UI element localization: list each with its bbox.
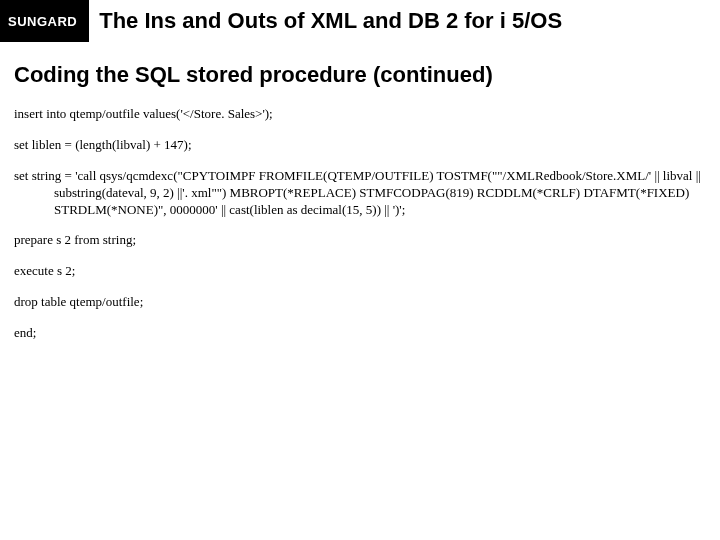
code-line-5: execute s 2; [14,263,706,280]
title-wrap: The Ins and Outs of XML and DB 2 for i 5… [89,0,720,42]
content: insert into qtemp/outfile values('</Stor… [0,106,720,342]
header-bar: SUNGARD The Ins and Outs of XML and DB 2… [0,0,720,42]
code-line-1: insert into qtemp/outfile values('</Stor… [14,106,706,123]
code-line-3b: substring(dateval, 9, 2) ||'. xml"") MBR… [14,185,706,219]
slide: SUNGARD The Ins and Outs of XML and DB 2… [0,0,720,540]
code-line-4: prepare s 2 from string; [14,232,706,249]
code-line-2: set liblen = (length(libval) + 147); [14,137,706,154]
code-line-3: set string = 'call qsys/qcmdexc("CPYTOIM… [14,168,706,219]
subtitle: Coding the SQL stored procedure (continu… [14,62,720,88]
code-line-7: end; [14,325,706,342]
page-title: The Ins and Outs of XML and DB 2 for i 5… [99,8,562,34]
code-line-3a: set string = 'call qsys/qcmdexc("CPYTOIM… [14,168,701,183]
logo: SUNGARD [0,14,89,29]
code-line-6: drop table qtemp/outfile; [14,294,706,311]
